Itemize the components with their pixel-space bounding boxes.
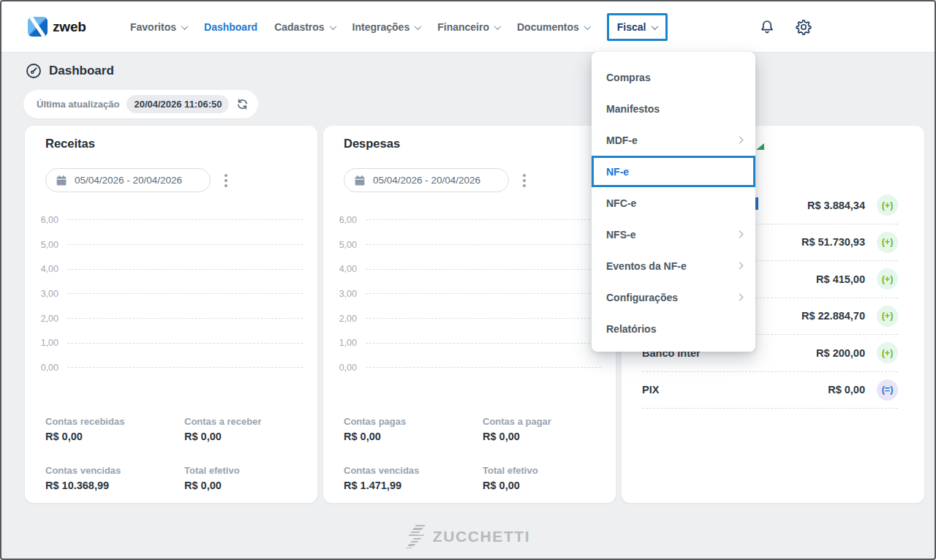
main-nav: Favoritos Dashboard Cadastros Integraçõe… [130, 1, 668, 53]
footer: ZUCCHETTI [1, 525, 935, 548]
zweb-logo-text: zweb [53, 19, 86, 35]
bell-icon[interactable] [758, 18, 776, 36]
y-axis-tick: 0,00 [333, 363, 357, 373]
positive-badge[interactable]: (+) [877, 306, 898, 327]
account-balance: R$ 22.884,70 [801, 310, 865, 322]
last-update-label: Última atualização [37, 99, 119, 110]
gridline [67, 318, 303, 319]
gridline [67, 269, 303, 270]
receitas-title: Receitas [45, 137, 95, 151]
app-window: zweb Favoritos Dashboard Cadastros Integ… [0, 0, 936, 560]
y-axis-tick: 5,00 [333, 240, 357, 250]
account-balance: R$ 415,00 [816, 273, 865, 285]
stat-contas-vencidas: Contas vencidas R$ 10.368,99 [45, 465, 184, 491]
equal-badge[interactable]: (=) [877, 379, 898, 401]
nav-item-favoritos[interactable]: Favoritos [130, 21, 187, 33]
menu-item-eventos-da-nfe[interactable]: Eventos da NF-e [592, 250, 755, 281]
receitas-stats: Contas recebidas R$ 0,00 Contas a recebe… [45, 416, 303, 491]
y-axis-tick: 1,00 [35, 338, 58, 348]
dashboard-gauge-icon [25, 62, 42, 80]
gridline [67, 293, 303, 294]
chevron-right-icon [736, 294, 744, 301]
fiscal-dropdown-menu: Compras Manifestos MDF-e NF-e NFC-e NFS-… [592, 52, 755, 352]
receitas-date-range-input[interactable]: 05/04/2026 - 20/04/2026 [45, 168, 211, 192]
menu-item-nfse[interactable]: NFS-e [592, 219, 755, 250]
gridline [366, 293, 601, 294]
kebab-menu-icon[interactable] [218, 171, 234, 190]
y-axis-tick: 4,00 [35, 264, 58, 274]
despesas-chart: 6,00 5,00 4,00 3,00 2,00 1,00 0,00 [333, 208, 601, 380]
account-balance: R$ 3.884,34 [807, 200, 865, 211]
nav-item-financeiro[interactable]: Financeiro [437, 21, 500, 33]
stat-total-efetivo: Total efetivo R$ 0,00 [483, 465, 601, 491]
gear-icon[interactable] [795, 18, 812, 36]
chevron-down-icon [181, 23, 189, 30]
chevron-right-icon [736, 231, 744, 238]
stat-contas-vencidas: Contas vencidas R$ 1.471,99 [344, 465, 483, 491]
page-header: Dashboard [25, 62, 114, 80]
gridline [366, 269, 601, 270]
positive-badge[interactable]: (+) [877, 268, 898, 290]
top-navbar: zweb Favoritos Dashboard Cadastros Integ… [1, 1, 935, 53]
chevron-right-icon [736, 262, 744, 270]
gridline [67, 244, 303, 245]
stat-total-efetivo: Total efetivo R$ 0,00 [184, 465, 303, 491]
y-axis-tick: 4,00 [333, 264, 357, 274]
despesas-card: Despesas 05/04/2026 - 20/04/2026 6,00 5,… [323, 126, 616, 503]
zweb-logo-icon [28, 17, 48, 37]
stat-contas-a-receber: Contas a receber R$ 0,00 [184, 416, 303, 442]
y-axis-tick: 6,00 [333, 215, 357, 225]
account-row-pix[interactable]: PIX R$ 0,00 (=) [642, 372, 898, 409]
menu-item-manifestos[interactable]: Manifestos [592, 93, 755, 124]
receitas-date-range-value: 05/04/2026 - 20/04/2026 [75, 175, 182, 186]
zweb-logo[interactable]: zweb [28, 17, 86, 37]
chevron-down-icon [415, 23, 422, 30]
gridline [67, 219, 303, 220]
menu-item-nfce[interactable]: NFC-e [592, 187, 755, 219]
calendar-icon [55, 174, 68, 187]
positive-badge[interactable]: (+) [877, 194, 898, 216]
y-axis-tick: 0,00 [35, 363, 58, 373]
gridline [366, 318, 601, 319]
gridline [67, 343, 303, 344]
despesas-date-range-input[interactable]: 05/04/2026 - 20/04/2026 [344, 168, 509, 192]
nav-item-cadastros[interactable]: Cadastros [274, 21, 335, 33]
y-axis-tick: 1,00 [333, 338, 357, 348]
gridline [366, 244, 601, 245]
chevron-right-icon [736, 137, 744, 144]
gridline [366, 367, 601, 368]
gridline [67, 367, 303, 368]
calendar-icon [353, 174, 366, 187]
menu-item-relatorios[interactable]: Relatórios [592, 313, 755, 344]
page-title: Dashboard [49, 64, 114, 78]
positive-badge[interactable]: (+) [877, 342, 898, 363]
obscured-content-fragment [755, 197, 758, 210]
kebab-menu-icon[interactable] [516, 171, 532, 190]
receitas-card: Receitas 05/04/2026 - 20/04/2026 6,00 5,… [25, 126, 317, 503]
nav-item-dashboard[interactable]: Dashboard [204, 21, 257, 33]
menu-item-nfe[interactable]: NF-e [592, 156, 755, 187]
refresh-icon[interactable] [236, 98, 249, 110]
despesas-date-range-value: 05/04/2026 - 20/04/2026 [373, 175, 480, 186]
gridline [366, 219, 601, 220]
zucchetti-logo-text: ZUCCHETTI [433, 528, 530, 545]
nav-item-fiscal[interactable]: Fiscal [607, 13, 668, 41]
chevron-down-icon [494, 23, 502, 30]
account-balance: R$ 51.730,93 [801, 236, 865, 248]
nav-item-documentos[interactable]: Documentos [517, 21, 590, 33]
account-balance: R$ 0,00 [828, 384, 865, 396]
zucchetti-logo-icon [406, 525, 426, 548]
y-axis-tick: 3,00 [333, 289, 357, 299]
despesas-title: Despesas [344, 137, 400, 151]
nav-item-integracoes[interactable]: Integrações [352, 21, 421, 33]
chevron-down-icon [329, 23, 336, 30]
chevron-down-icon [651, 23, 658, 30]
menu-item-configuracoes[interactable]: Configurações [592, 281, 755, 313]
positive-badge[interactable]: (+) [877, 232, 898, 253]
menu-item-mdfe[interactable]: MDF-e [592, 124, 755, 156]
despesas-stats: Contas pagas R$ 0,00 Contas a pagar R$ 0… [344, 416, 601, 491]
last-update-pill: Última atualização 20/04/2026 11:06:50 [23, 90, 258, 118]
chevron-down-icon [584, 23, 591, 30]
menu-item-compras[interactable]: Compras [592, 61, 755, 93]
y-axis-tick: 2,00 [35, 314, 58, 324]
